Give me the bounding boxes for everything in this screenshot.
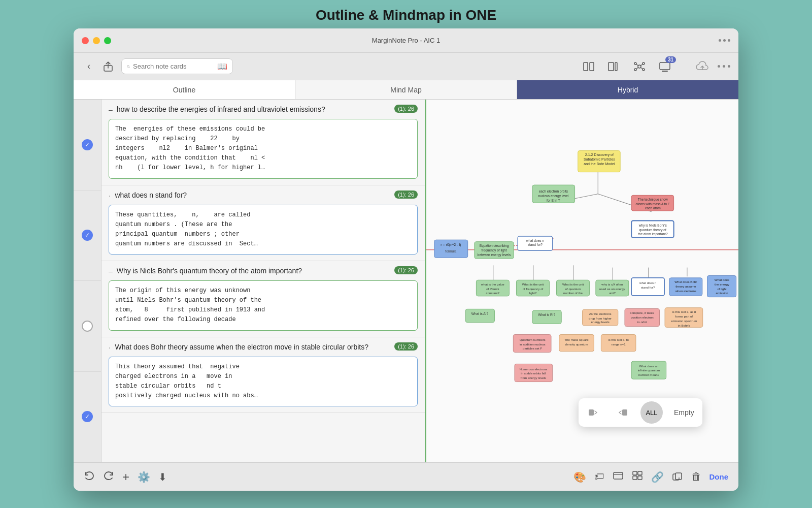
check-icon-1: ✓: [82, 139, 93, 150]
redo-button[interactable]: [103, 470, 114, 483]
note-card-1: – how to describe the energies of infrar…: [101, 100, 425, 185]
all-filter-button[interactable]: ALL: [640, 401, 663, 424]
move-left-button[interactable]: [579, 398, 608, 427]
svg-text:position electron: position electron: [631, 315, 654, 319]
svg-text:frequency of light: frequency of light: [481, 248, 506, 252]
svg-text:What is the unit: What is the unit: [562, 282, 584, 286]
download-button[interactable]: ⬇: [158, 471, 167, 483]
app-window: MarginNote Pro - AIC 1 ‹: [74, 28, 738, 491]
svg-text:quantum theory of: quantum theory of: [639, 228, 666, 232]
close-button[interactable]: [82, 37, 89, 44]
cloud-sync-button[interactable]: [694, 58, 710, 75]
svg-text:in Bohr's: in Bohr's: [678, 324, 690, 327]
svg-text:from energy levels: from energy levels: [521, 376, 546, 379]
tab-mindmap[interactable]: Mind Map: [295, 80, 517, 99]
svg-text:density quantum: density quantum: [565, 342, 588, 346]
note-badge-1: (1): 26: [394, 105, 418, 113]
tab-hybrid[interactable]: Hybrid: [517, 80, 738, 99]
svg-text:formula: formula: [445, 249, 456, 253]
collapse-icon-1[interactable]: –: [109, 106, 113, 114]
svg-text:What is RI?: What is RI?: [538, 313, 555, 316]
dot-icon-4[interactable]: ·: [109, 343, 111, 353]
checkbox-1[interactable]: ✓: [74, 100, 101, 190]
svg-text:of light: of light: [717, 287, 726, 291]
svg-text:between energy levels: between energy levels: [478, 253, 511, 257]
svg-rect-85: [532, 310, 561, 324]
svg-text:theory assume: theory assume: [675, 284, 696, 288]
note-question-4: What does Bohr theory assume when the el…: [115, 342, 390, 353]
note-body-4: This theory assumed that negative charge…: [109, 357, 418, 407]
svg-point-10: [634, 69, 636, 71]
collapse-icon-3[interactable]: –: [109, 267, 113, 275]
svg-text:The mass square: The mass square: [564, 338, 589, 341]
note-question-1: how to describe the energies of infrared…: [117, 105, 390, 115]
search-input[interactable]: [133, 62, 214, 70]
svg-rect-124: [633, 476, 637, 480]
view-tabs: Outline Mind Map Hybrid: [74, 80, 738, 100]
copy-button[interactable]: [672, 470, 683, 483]
titlebar-right: [719, 39, 730, 42]
note-badge-2: (1): 26: [394, 190, 418, 199]
grid-button[interactable]: [632, 470, 643, 483]
empty-filter-button[interactable]: Empty: [666, 398, 702, 427]
trash-button[interactable]: 🗑: [691, 471, 701, 483]
svg-text:What is AI?: What is AI?: [471, 312, 489, 315]
svg-text:r = r0(n^2 - l): r = r0(n^2 - l): [441, 243, 461, 247]
outline-view-button[interactable]: [606, 58, 622, 75]
svg-rect-122: [633, 471, 637, 475]
svg-rect-4: [590, 62, 594, 71]
svg-line-14: [636, 68, 638, 69]
more-options[interactable]: [719, 39, 730, 42]
svg-text:why is c/λ often: why is c/λ often: [601, 282, 623, 286]
undo-button[interactable]: [84, 470, 95, 483]
svg-text:energy levels: energy levels: [591, 320, 610, 324]
svg-text:used as an energy: used as an energy: [599, 287, 625, 291]
toolbar-center: 31: [581, 58, 673, 75]
svg-rect-118: [589, 409, 594, 416]
checkbox-4[interactable]: ✓: [74, 372, 101, 463]
svg-text:The technique show: The technique show: [638, 198, 668, 202]
back-button[interactable]: ‹: [82, 59, 96, 74]
history-controls: + ⚙️ ⬇: [84, 470, 167, 484]
svg-text:What does Bohr: What does Bohr: [674, 280, 697, 283]
mindmap-button[interactable]: [631, 58, 648, 75]
svg-text:when electrons: when electrons: [675, 289, 696, 293]
svg-rect-119: [622, 409, 627, 416]
window-title: MarginNote Pro - AIC 1: [372, 37, 440, 44]
settings-button[interactable]: ⚙️: [138, 471, 150, 483]
svg-line-13: [641, 64, 643, 66]
minimize-button[interactable]: [93, 37, 100, 44]
tags-button[interactable]: 🏷: [594, 471, 604, 483]
svg-text:what is the value: what is the value: [481, 282, 504, 286]
svg-rect-45: [434, 240, 468, 258]
checkbox-column: ✓ ✓ ✓: [74, 100, 101, 462]
share-button[interactable]: [101, 59, 115, 74]
svg-text:range n=1: range n=1: [612, 342, 626, 346]
done-button[interactable]: Done: [709, 472, 729, 481]
checkbox-3[interactable]: [74, 281, 101, 372]
notifications-button[interactable]: 31: [657, 58, 673, 75]
svg-text:the atom important?: the atom important?: [638, 232, 668, 236]
titlebar: MarginNote Pro - AIC 1: [74, 28, 738, 53]
fullscreen-button[interactable]: [104, 37, 111, 44]
link-button[interactable]: 🔗: [651, 471, 664, 483]
cards-button[interactable]: [613, 470, 624, 483]
more-dots[interactable]: [718, 65, 730, 68]
move-right-button[interactable]: [608, 398, 637, 427]
tab-outline[interactable]: Outline: [74, 80, 295, 99]
checkbox-2[interactable]: ✓: [74, 190, 101, 281]
search-icon: [127, 63, 130, 70]
dot-icon-2[interactable]: ·: [109, 192, 111, 201]
svg-text:unit?: unit?: [609, 291, 616, 295]
palette-button[interactable]: 🎨: [573, 471, 586, 483]
svg-rect-83: [465, 309, 494, 322]
note-body-1: The energies of these emissions could be…: [109, 119, 418, 179]
search-box[interactable]: 📖: [121, 58, 233, 74]
library-button[interactable]: [581, 58, 597, 75]
note-question-3: Why is Niels Bohr's quantum theory of th…: [117, 266, 390, 276]
svg-text:in addition nucleus: in addition nucleus: [520, 342, 546, 346]
svg-text:Equation describing: Equation describing: [480, 244, 509, 248]
svg-line-12: [636, 64, 638, 66]
add-button[interactable]: +: [122, 470, 129, 484]
note-card-2: · what does n stand for? (1): 26 These q…: [101, 185, 425, 262]
